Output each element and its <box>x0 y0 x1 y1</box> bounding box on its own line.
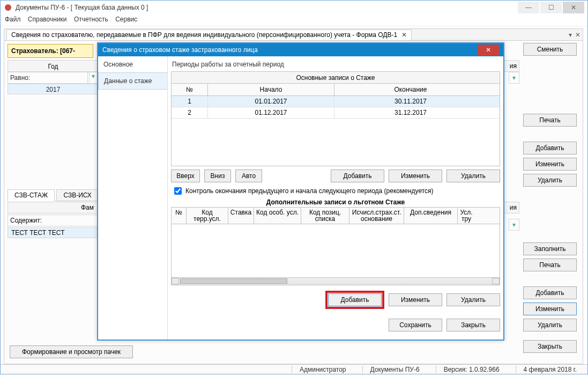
menu-file[interactable]: Файл <box>5 16 21 23</box>
col-pos[interactable]: Код позиц. списка <box>301 208 349 224</box>
menu-service[interactable]: Сервис <box>115 16 137 23</box>
horizontal-scrollbar[interactable] <box>171 278 500 285</box>
year-filter-label[interactable]: Равно: <box>8 72 87 83</box>
modal-footer-buttons: Сохранить Закрыть <box>171 319 500 331</box>
control-checkbox[interactable] <box>174 187 182 195</box>
control-checkbox-row: Контроль окончания предыдущего и начала … <box>172 186 500 196</box>
col-no[interactable]: № <box>172 208 187 224</box>
sidebar-item-main[interactable]: Основное <box>98 56 167 72</box>
stazh-modal: Сведения о страховом стаже застрахованно… <box>97 42 504 341</box>
year-cell[interactable]: 2017 <box>8 84 99 94</box>
document-tab-close-icon[interactable]: ✕ <box>401 31 407 39</box>
status-version: Версия: 1.0.92.966 <box>436 366 500 373</box>
col-extra[interactable]: Доп.сведения <box>404 208 458 224</box>
col-end[interactable]: Окончание <box>334 84 487 95</box>
periods-title: Периоды работы за отчетный период <box>171 60 500 71</box>
table-row[interactable]: 1 01.01.2017 30.11.2017 <box>172 96 500 107</box>
modal-title: Сведения о страховом стаже застрахованно… <box>102 46 258 54</box>
scroll-left-icon[interactable] <box>172 278 179 284</box>
table-row[interactable]: 2 01.12.2017 31.12.2017 <box>172 107 500 119</box>
col-no[interactable]: № <box>172 84 208 95</box>
document-tab[interactable]: Сведения по страхователю, передаваемые в… <box>6 30 412 40</box>
app-title: Документы ПУ-6 - [ Текущая база данных 0… <box>16 4 148 11</box>
edit-button[interactable]: Изменить <box>523 303 577 315</box>
svg-point-0 <box>5 4 11 11</box>
extra-stazh-title: Дополнительные записи о льготном Стаже <box>171 197 500 207</box>
filter-icon[interactable]: ▾ <box>509 72 519 84</box>
add-button[interactable]: Добавить <box>331 169 384 182</box>
delete-button[interactable]: Удалить <box>446 169 500 182</box>
up-button[interactable]: Вверх <box>171 169 200 182</box>
maximize-button[interactable]: ☐ <box>540 2 562 13</box>
app-window: Документы ПУ-6 - [ Текущая база данных 0… <box>0 0 588 374</box>
print-button[interactable]: Печать <box>523 114 577 127</box>
grid1-buttons: Вверх Вниз Авто Добавить Изменить Удалит… <box>171 169 500 182</box>
document-tab-label: Сведения по страхователю, передаваемые в… <box>11 31 397 39</box>
change-button[interactable]: Сменить <box>523 43 577 56</box>
minimize-button[interactable]: — <box>518 2 539 13</box>
year-column-header[interactable]: Год <box>8 60 99 72</box>
modal-content: Периоды работы за отчетный период Основн… <box>168 56 503 340</box>
modal-sidebar: Основное Данные о стаже <box>98 56 168 340</box>
tab-close-all-icon[interactable]: ✕ <box>575 31 580 39</box>
close-button[interactable]: Закрыть <box>523 340 577 353</box>
tab-szv-ish[interactable]: СЗВ-ИСХ <box>56 189 98 201</box>
col-calc[interactable]: Исчисл.страх.ст. основание <box>349 208 404 224</box>
grid-body: 1 01.01.2017 30.11.2017 2 01.12.2017 31.… <box>172 96 500 166</box>
highlight-box: Добавить <box>325 291 384 309</box>
grid-caption: Основные записи о Стаже <box>172 72 500 84</box>
down-button[interactable]: Вниз <box>204 169 231 182</box>
col-start[interactable]: Начало <box>208 84 334 95</box>
save-button[interactable]: Сохранить <box>389 319 442 331</box>
add-button[interactable]: Добавить <box>328 293 382 306</box>
col-spec[interactable]: Код особ. усл. <box>254 208 301 224</box>
control-checkbox-label: Контроль окончания предыдущего и начала … <box>185 187 434 195</box>
surname-column-header[interactable]: Фам <box>8 202 99 213</box>
col-rate[interactable]: Ставка <box>228 208 254 224</box>
menu-report[interactable]: Отчетность <box>74 16 108 23</box>
year-filter-row: Равно: ▾ <box>8 72 99 84</box>
person-row[interactable]: ТЕСТ ТЕСТ ТЕСТ <box>8 227 99 238</box>
surname-filter-label[interactable]: Содержит: <box>8 215 98 226</box>
insurer-banner: Страхователь: [067- <box>8 44 93 58</box>
col-usl[interactable]: Усл. тру <box>458 208 475 224</box>
column-fragment: ия <box>503 202 519 213</box>
sidebar-item-stazh[interactable]: Данные о стаже <box>98 72 167 90</box>
auto-button[interactable]: Авто <box>235 169 262 182</box>
extra-grid-body <box>171 224 500 278</box>
col-terr[interactable]: Код терр.усл. <box>187 208 228 224</box>
scroll-thumb[interactable] <box>180 278 287 284</box>
main-stazh-grid: Основные записи о Стаже № Начало Окончан… <box>171 71 500 166</box>
form-packs-button[interactable]: Формирование и просмотр пачек <box>10 345 133 358</box>
print-button[interactable]: Печать <box>523 259 577 271</box>
edit-button[interactable]: Изменить <box>523 158 577 171</box>
edit-button[interactable]: Изменить <box>389 293 442 306</box>
tab-dropdown-icon[interactable]: ▾ <box>569 31 572 39</box>
tab-szv-stazh[interactable]: СЗВ-СТАЖ <box>8 189 55 201</box>
edit-button[interactable]: Изменить <box>389 169 442 182</box>
grid-header-row: № Начало Окончание <box>172 84 500 96</box>
right-panel: Сменить Печать Добавить Изменить Удалить… <box>523 43 579 342</box>
scroll-right-icon[interactable] <box>492 278 500 284</box>
filter-icon[interactable]: ▾ <box>509 219 519 231</box>
extra-grid-header: № Код терр.усл. Ставка Код особ. усл. Ко… <box>171 207 500 224</box>
fill-button[interactable]: Заполнить <box>523 242 577 255</box>
delete-button[interactable]: Удалить <box>523 319 577 331</box>
surname-filter-row: Содержит: <box>8 215 99 226</box>
status-product: Документы ПУ-6 <box>362 366 420 373</box>
status-user: Администратор <box>292 366 346 373</box>
delete-button[interactable]: Удалить <box>523 174 577 187</box>
statusbar: Администратор Документы ПУ-6 Версия: 1.0… <box>1 364 587 374</box>
modal-close-button[interactable]: ✕ <box>478 45 499 55</box>
status-date: 4 февраля 2018 г. <box>516 366 577 373</box>
add-button[interactable]: Добавить <box>523 142 577 154</box>
column-fragment: ия <box>503 60 519 72</box>
delete-button[interactable]: Удалить <box>446 293 500 306</box>
titlebar: Документы ПУ-6 - [ Текущая база данных 0… <box>1 1 587 14</box>
close-button[interactable]: ✕ <box>563 2 584 13</box>
grid2-buttons: Добавить Изменить Удалить <box>171 291 500 309</box>
close-button[interactable]: Закрыть <box>446 319 500 331</box>
add-button[interactable]: Добавить <box>523 286 577 299</box>
modal-titlebar: Сведения о страховом стаже застрахованно… <box>98 43 503 56</box>
menu-ref[interactable]: Справочники <box>28 16 67 23</box>
